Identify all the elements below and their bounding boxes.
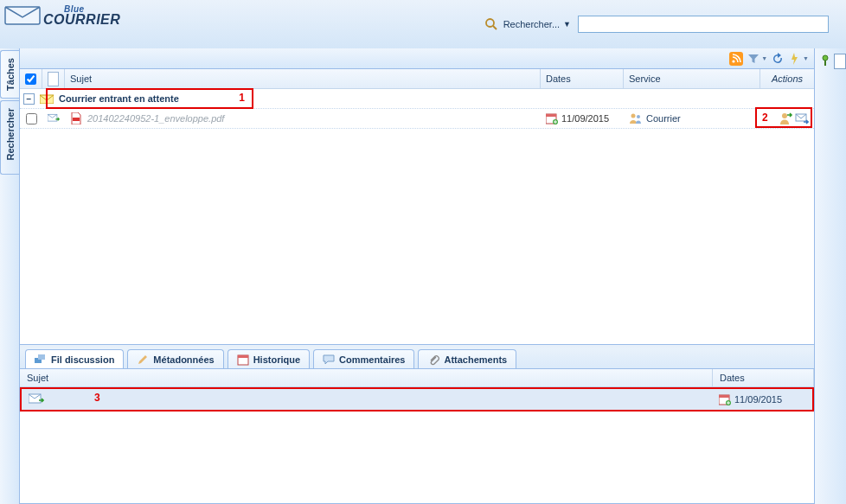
grid-toolbar: ▼ ▼ <box>20 48 814 69</box>
bottom-panel: Fil discussion Métadonnées Historique Co… <box>20 344 814 503</box>
tab-history[interactable]: Historique <box>228 349 310 368</box>
pencil-icon <box>137 354 149 366</box>
header-actions: Actions <box>760 69 814 88</box>
group-expander-icon[interactable]: − <box>23 93 35 105</box>
refresh-icon[interactable] <box>771 52 785 66</box>
svg-rect-20 <box>238 355 248 358</box>
discussion-header-subject[interactable]: Sujet <box>20 369 713 386</box>
app-logo: Blue COURRIER <box>3 2 120 28</box>
table-row[interactable]: 201402240952-1_enveloppe.pdf 11/09/2015 … <box>20 109 814 129</box>
bolt-icon[interactable] <box>788 52 802 66</box>
bolt-dropdown-icon[interactable]: ▼ <box>803 55 809 61</box>
grid-header: Sujet Dates Service Actions <box>20 69 814 89</box>
pin-icon[interactable] <box>818 54 832 67</box>
header-flag <box>42 69 65 88</box>
svg-rect-9 <box>73 118 80 121</box>
filter-dropdown-icon[interactable]: ▼ <box>761 55 767 61</box>
discussion-icon <box>35 354 47 366</box>
tab-comments[interactable]: Commentaires <box>313 349 414 368</box>
doc-icon[interactable] <box>834 54 846 69</box>
page-icon <box>48 72 59 86</box>
svg-point-1 <box>486 19 494 27</box>
logo-main-text: COURRIER <box>43 12 120 27</box>
action-assign-icon[interactable] <box>779 112 793 125</box>
envelope-logo-icon <box>3 2 43 28</box>
group-label: Courrier entrant en attente <box>59 93 179 104</box>
people-icon <box>629 112 643 124</box>
tab-attachments[interactable]: Attachements <box>418 349 516 368</box>
vtab-tasks[interactable]: Tâches <box>0 50 19 99</box>
calendar-add-icon <box>719 393 731 405</box>
discussion-row[interactable]: 3 11/09/2015 <box>20 387 814 411</box>
comment-icon <box>323 354 335 366</box>
discussion-header-dates[interactable]: Dates <box>713 369 814 386</box>
search-icon <box>484 17 498 31</box>
header-select-all[interactable] <box>20 69 42 88</box>
global-search: Rechercher... ▼ <box>484 16 829 33</box>
svg-point-14 <box>637 115 640 118</box>
header-dates[interactable]: Dates <box>541 69 624 88</box>
mail-incoming-icon <box>48 112 60 124</box>
svg-point-15 <box>782 113 787 118</box>
app-header: Blue COURRIER Rechercher... ▼ <box>0 0 846 49</box>
grid-body: − Courrier entrant en attente <box>20 89 814 344</box>
tab-metadata[interactable]: Métadonnées <box>127 349 223 368</box>
mail-incoming-icon <box>29 393 44 405</box>
action-send-icon[interactable] <box>795 112 809 125</box>
svg-line-2 <box>493 26 497 29</box>
discussion-header: Sujet Dates <box>20 369 814 387</box>
search-label[interactable]: Rechercher... <box>503 19 560 29</box>
right-dock <box>814 48 846 504</box>
svg-point-3 <box>823 55 828 61</box>
envelope-open-icon <box>40 93 54 104</box>
search-input[interactable] <box>578 16 829 33</box>
svg-point-6 <box>733 60 735 62</box>
svg-rect-23 <box>719 395 729 398</box>
calendar-icon <box>237 354 249 366</box>
row-date: 11/09/2015 <box>561 113 609 124</box>
annotation-3: 3 <box>94 392 100 404</box>
paperclip-icon <box>427 354 439 366</box>
svg-rect-11 <box>546 114 556 117</box>
left-dock: Tâches Rechercher <box>0 48 20 504</box>
discussion-row-date: 11/09/2015 <box>734 394 782 405</box>
pdf-icon <box>70 112 82 124</box>
vtab-search[interactable]: Rechercher <box>0 100 19 175</box>
search-dropdown-icon[interactable]: ▼ <box>563 20 571 29</box>
center-panel: ▼ ▼ Sujet Dates Service Actions − <box>19 48 815 504</box>
rss-icon[interactable] <box>729 52 743 66</box>
header-service[interactable]: Service <box>624 69 760 88</box>
row-service: Courrier <box>646 113 681 124</box>
calendar-add-icon <box>546 112 558 124</box>
svg-point-13 <box>631 114 636 118</box>
filter-icon[interactable] <box>747 52 760 66</box>
tab-discussion[interactable]: Fil discussion <box>25 349 124 368</box>
row-checkbox[interactable] <box>26 113 37 124</box>
row-file-name[interactable]: 201402240952-1_enveloppe.pdf <box>87 113 224 124</box>
svg-rect-18 <box>38 354 45 360</box>
detail-tabs: Fil discussion Métadonnées Historique Co… <box>20 345 814 369</box>
header-subject[interactable]: Sujet <box>65 69 541 88</box>
group-row-incoming[interactable]: − Courrier entrant en attente <box>20 89 814 109</box>
